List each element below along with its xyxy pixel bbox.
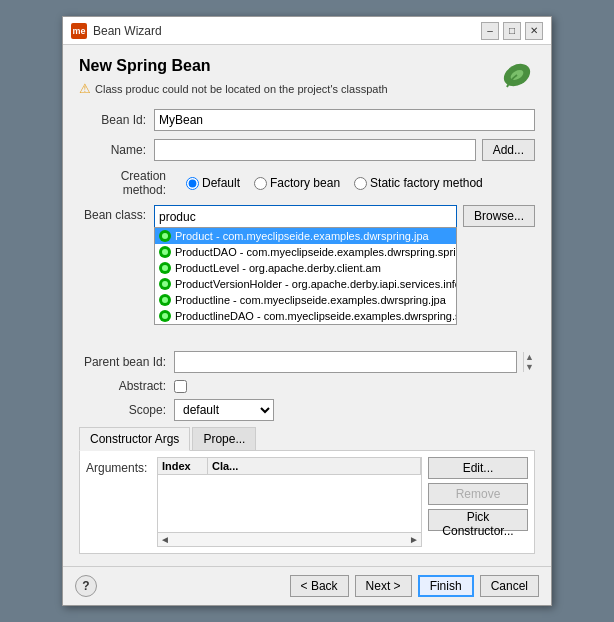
status-dot-1 (159, 246, 171, 258)
col-index: Index (158, 458, 208, 474)
next-button[interactable]: Next > (355, 575, 412, 597)
dialog-header: New Spring Bean ⚠ Class produc could not… (79, 57, 535, 99)
maximize-button[interactable]: □ (503, 22, 521, 40)
bean-class-row: Bean class: Product - com.myeclipseide.e… (79, 205, 535, 227)
args-row: Arguments: Index Cla... ◄ ► Edit... Remo… (86, 457, 528, 547)
name-row: Name: Add... (79, 139, 535, 161)
browse-button[interactable]: Browse... (463, 205, 535, 227)
warning-row: ⚠ Class produc could not be located on t… (79, 81, 388, 96)
dropdown-item-5[interactable]: ProductlineDAO - com.myeclipseide.exampl… (155, 308, 456, 324)
status-dot-0 (159, 230, 171, 242)
back-button[interactable]: < Back (290, 575, 349, 597)
scope-label: Scope: (79, 403, 174, 417)
bean-id-row: Bean Id: (79, 109, 535, 131)
window-controls: – □ ✕ (481, 22, 543, 40)
creation-label: Creation method: (79, 169, 174, 197)
add-button[interactable]: Add... (482, 139, 535, 161)
bean-class-input[interactable] (154, 205, 457, 227)
bean-class-input-wrap: Product - com.myeclipseide.examples.dwrs… (154, 205, 457, 227)
scope-row: Scope: default (79, 399, 535, 421)
warning-text: Class produc could not be located on the… (95, 83, 388, 95)
dropdown-item-2[interactable]: ProductLevel - org.apache.derby.client.a… (155, 260, 456, 276)
status-dot-5 (159, 310, 171, 322)
autocomplete-dropdown: Product - com.myeclipseide.examples.dwrs… (154, 227, 457, 325)
dropdown-item-0[interactable]: Product - com.myeclipseide.examples.dwrs… (155, 228, 456, 244)
col-class: Cla... (208, 458, 421, 474)
parent-bean-input[interactable] (174, 351, 517, 373)
warning-icon: ⚠ (79, 81, 91, 96)
dropdown-item-4[interactable]: Productline - com.myeclipseide.examples.… (155, 292, 456, 308)
spring-logo (493, 57, 535, 99)
name-input[interactable] (154, 139, 476, 161)
dialog-title: New Spring Bean (79, 57, 388, 75)
help-button[interactable]: ? (75, 575, 97, 597)
abstract-label: Abstract: (79, 379, 174, 393)
title-bar: me Bean Wizard – □ ✕ (63, 17, 551, 45)
args-table-header: Index Cla... (158, 458, 421, 475)
title-bar-left: me Bean Wizard (71, 23, 162, 39)
parent-bean-row: Parent bean Id: ▲ ▼ (79, 351, 535, 373)
finish-button[interactable]: Finish (418, 575, 474, 597)
dropdown-item-3[interactable]: ProductVersionHolder - org.apache.derby.… (155, 276, 456, 292)
remove-button[interactable]: Remove (428, 483, 528, 505)
radio-static-factory[interactable]: Static factory method (354, 176, 483, 190)
scrollbar-right: ▲ ▼ (523, 352, 535, 372)
scroll-right-icon[interactable]: ► (409, 534, 419, 545)
args-table: Index Cla... ◄ ► (157, 457, 422, 547)
name-label: Name: (79, 143, 154, 157)
scroll-left-icon[interactable]: ◄ (160, 534, 170, 545)
radio-factory-bean[interactable]: Factory bean (254, 176, 340, 190)
minimize-button[interactable]: – (481, 22, 499, 40)
bottom-buttons: < Back Next > Finish Cancel (290, 575, 539, 597)
creation-radio-group: Default Factory bean Static factory meth… (186, 176, 483, 190)
status-dot-4 (159, 294, 171, 306)
bean-wizard-window: me Bean Wizard – □ ✕ New Spring Bean ⚠ C… (62, 16, 552, 606)
abstract-row: Abstract: (79, 379, 535, 393)
tab-properties[interactable]: Prope... (192, 427, 256, 450)
abstract-checkbox[interactable] (174, 380, 187, 393)
cancel-button[interactable]: Cancel (480, 575, 539, 597)
app-icon: me (71, 23, 87, 39)
pick-constructor-button[interactable]: Pick Constructor... (428, 509, 528, 531)
tabs-row: Constructor Args Prope... (79, 427, 535, 451)
close-button[interactable]: ✕ (525, 22, 543, 40)
window-title: Bean Wizard (93, 24, 162, 38)
radio-default[interactable]: Default (186, 176, 240, 190)
tab-constructor-args[interactable]: Constructor Args (79, 427, 190, 451)
status-dot-2 (159, 262, 171, 274)
dialog-content: New Spring Bean ⚠ Class produc could not… (63, 45, 551, 566)
edit-button[interactable]: Edit... (428, 457, 528, 479)
args-table-scroll: ◄ ► (158, 532, 421, 546)
bean-class-label: Bean class: (79, 205, 154, 222)
args-section: Arguments: Index Cla... ◄ ► Edit... Remo… (79, 451, 535, 554)
bottom-bar: ? < Back Next > Finish Cancel (63, 566, 551, 605)
dropdown-item-1[interactable]: ProductDAO - com.myeclipseide.examples.d… (155, 244, 456, 260)
scope-select[interactable]: default (174, 399, 274, 421)
bean-id-label: Bean Id: (79, 113, 154, 127)
args-label: Arguments: (86, 457, 151, 475)
status-dot-3 (159, 278, 171, 290)
args-buttons: Edit... Remove Pick Constructor... (428, 457, 528, 531)
bean-id-input[interactable] (154, 109, 535, 131)
creation-method-row: Creation method: Default Factory bean St… (79, 169, 535, 197)
parent-bean-label: Parent bean Id: (79, 355, 174, 369)
